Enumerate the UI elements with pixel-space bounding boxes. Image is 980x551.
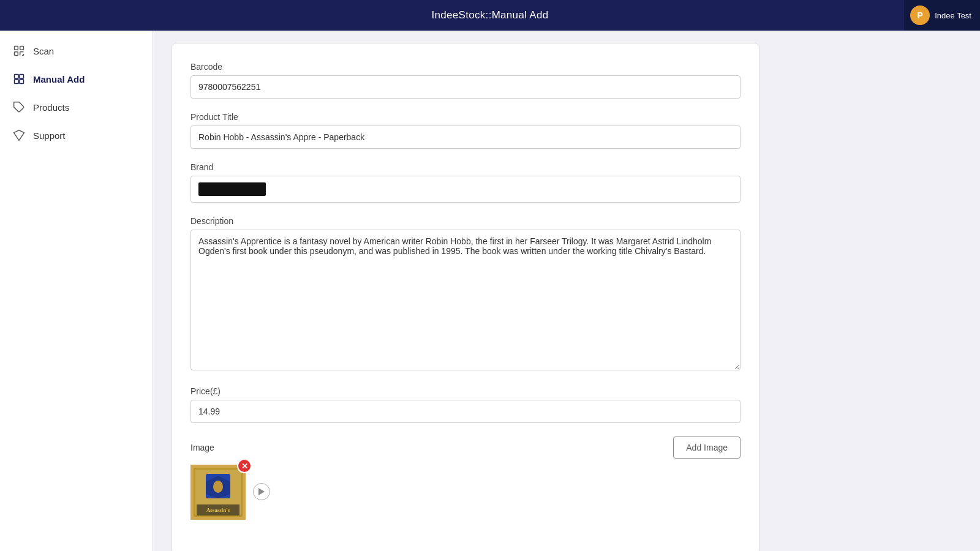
svg-marker-12 [14, 130, 24, 141]
sidebar-item-manual-add[interactable]: Manual Add [0, 65, 153, 93]
svg-point-19 [213, 481, 223, 493]
top-nav: IndeeStock::Manual Add P Indee Test [0, 0, 980, 31]
username: Indee Test [935, 11, 971, 20]
sidebar-item-scan[interactable]: Scan [0, 37, 153, 65]
sidebar-item-products-label: Products [33, 102, 69, 113]
sidebar-item-manual-add-label: Manual Add [33, 74, 85, 84]
image-group: Image Add Image [190, 437, 741, 522]
svg-rect-9 [15, 80, 19, 84]
image-label: Image [190, 443, 214, 452]
product-title-group: Product Title [190, 112, 741, 149]
description-textarea[interactable]: Assassin's Apprentice is a fantasy novel… [190, 230, 741, 370]
description-label: Description [190, 216, 741, 226]
remove-image-button[interactable]: ✕ [237, 459, 252, 473]
product-title-input[interactable] [190, 126, 741, 149]
diamond-icon [12, 129, 26, 142]
barcode-group: Barcode [190, 62, 741, 99]
avatar: P [910, 6, 930, 25]
price-input[interactable] [190, 400, 741, 423]
tag-icon [12, 100, 26, 114]
svg-rect-1 [20, 47, 24, 50]
brand-redacted-value [198, 182, 266, 196]
description-group: Description Assassin's Apprentice is a f… [190, 216, 741, 373]
user-menu[interactable]: P Indee Test [904, 0, 980, 31]
main-content: Barcode Product Title Brand Description … [153, 31, 980, 551]
book-cover-thumbnail: Assassin's [190, 465, 246, 520]
svg-rect-0 [15, 47, 18, 50]
image-row-header: Image Add Image [190, 437, 741, 459]
add-image-button[interactable]: Add Image [673, 437, 741, 459]
brand-input-wrapper[interactable] [190, 176, 741, 203]
sidebar: Scan Manual Add Products Support [0, 31, 153, 551]
sidebar-item-support[interactable]: Support [0, 121, 153, 149]
sidebar-item-scan-label: Scan [33, 46, 54, 56]
brand-group: Brand [190, 162, 741, 203]
svg-rect-2 [15, 52, 18, 56]
image-thumb-container: Assassin's ✕ [190, 465, 246, 522]
sidebar-item-products[interactable]: Products [0, 93, 153, 121]
svg-rect-10 [20, 80, 24, 84]
barcode-label: Barcode [190, 62, 741, 72]
image-section: Assassin's ✕ [190, 465, 741, 522]
svg-marker-22 [258, 488, 265, 495]
app-title: IndeeStock::Manual Add [432, 9, 549, 21]
brand-label: Brand [190, 162, 741, 172]
form-card: Barcode Product Title Brand Description … [172, 43, 760, 551]
sidebar-item-support-label: Support [33, 130, 66, 141]
price-group: Price(£) [190, 386, 741, 423]
svg-rect-7 [15, 75, 19, 79]
barcode-input[interactable] [190, 75, 741, 99]
product-title-label: Product Title [190, 112, 741, 122]
grid-icon [12, 72, 26, 86]
play-button[interactable] [253, 483, 270, 500]
price-label: Price(£) [190, 386, 741, 396]
svg-rect-8 [20, 75, 24, 79]
scan-icon [12, 44, 26, 58]
svg-text:Assassin's: Assassin's [206, 507, 230, 513]
